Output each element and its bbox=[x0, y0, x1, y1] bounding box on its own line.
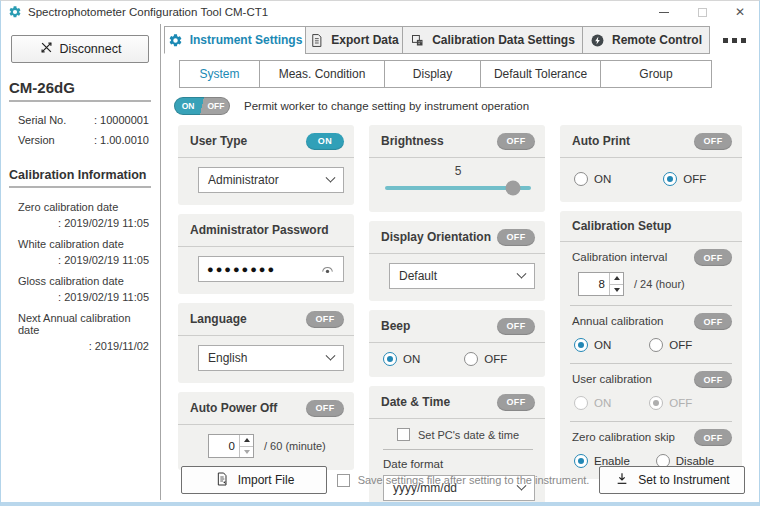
set-to-instrument-button[interactable]: Set to Instrument bbox=[599, 466, 745, 494]
set-to-instrument-label: Set to Instrument bbox=[638, 473, 729, 487]
serial-row: Serial No. : 10000001 bbox=[1, 110, 159, 130]
app-window: Spectrophotometer Configuration Tool CM-… bbox=[0, 0, 760, 506]
subtab-group[interactable]: Group bbox=[600, 60, 712, 88]
eye-icon[interactable] bbox=[320, 262, 335, 277]
tab-calibration-data-settings[interactable]: Calibration Data Settings bbox=[402, 26, 583, 54]
save-settings-label: Save settings file after setting to the … bbox=[358, 474, 590, 486]
radio-icon bbox=[649, 338, 663, 352]
annual-calibration-state-badge[interactable]: OFF bbox=[694, 313, 732, 330]
radio-icon bbox=[574, 172, 588, 186]
language-select[interactable]: English bbox=[198, 345, 344, 371]
auto-power-off-card: Auto Power Off OFF 0 bbox=[178, 392, 354, 470]
select-value: English bbox=[208, 351, 247, 365]
tab-label: Remote Control bbox=[612, 33, 702, 47]
brightness-state-badge[interactable]: OFF bbox=[497, 133, 535, 150]
zero-calibration-skip-label: Zero calibration skip bbox=[572, 429, 675, 443]
user-calibration-off-radio[interactable]: OFF bbox=[649, 396, 692, 410]
brightness-slider[interactable] bbox=[385, 186, 531, 190]
subtab-bar: System Meas. Condition Display Default T… bbox=[179, 60, 759, 88]
title-bar: Spectrophotometer Configuration Tool CM-… bbox=[1, 1, 759, 23]
auto-print-on-radio[interactable]: ON bbox=[574, 172, 611, 186]
cal-item-value: : 2019/02/19 11:05 bbox=[1, 289, 159, 307]
display-orientation-select[interactable]: Default bbox=[389, 263, 535, 289]
import-file-button[interactable]: Import File bbox=[181, 466, 327, 494]
minimize-button[interactable] bbox=[645, 1, 683, 23]
toggle-on-label: ON bbox=[174, 97, 202, 115]
admin-password-card: Administrator Password ●●●●●●●● bbox=[178, 214, 354, 294]
spin-up-button[interactable] bbox=[610, 273, 623, 284]
permit-row: ON OFF Permit worker to change setting b… bbox=[174, 96, 759, 116]
auto-print-off-radio[interactable]: OFF bbox=[663, 172, 706, 186]
slider-thumb[interactable] bbox=[506, 181, 521, 196]
annual-calibration-off-radio[interactable]: OFF bbox=[649, 338, 692, 352]
spinner-suffix: / 60 (minute) bbox=[264, 440, 326, 452]
display-orientation-state-badge[interactable]: OFF bbox=[497, 229, 535, 246]
subtab-system[interactable]: System bbox=[179, 60, 260, 88]
radio-label: ON bbox=[594, 397, 611, 409]
save-settings-checkbox[interactable]: Save settings file after setting to the … bbox=[327, 474, 599, 487]
user-calibration-state-badge[interactable]: OFF bbox=[694, 371, 732, 388]
calibration-setup-card: Calibration Setup Calibration interval O… bbox=[560, 211, 742, 479]
auto-print-state-badge[interactable]: OFF bbox=[694, 133, 732, 150]
calibration-interval-state-badge[interactable]: OFF bbox=[694, 249, 732, 266]
subtab-display[interactable]: Display bbox=[384, 60, 481, 88]
user-calibration-on-radio[interactable]: ON bbox=[574, 396, 611, 410]
spinner-value: 0 bbox=[209, 435, 239, 457]
tab-label: Calibration Data Settings bbox=[432, 33, 575, 47]
annual-calibration-label: Annual calibration bbox=[572, 313, 663, 327]
auto-print-card: Auto Print OFF ON OFF bbox=[560, 125, 742, 202]
close-button[interactable]: ✕ bbox=[721, 1, 759, 23]
import-file-icon bbox=[214, 471, 230, 490]
settings-columns: User Type ON Administrator Administrator… bbox=[178, 125, 759, 506]
chevron-down-icon bbox=[326, 350, 336, 360]
app-icon bbox=[8, 5, 22, 19]
tab-export-data[interactable]: Export Data bbox=[305, 26, 403, 54]
brightness-title: Brightness bbox=[381, 134, 444, 148]
toggle-off-label: OFF bbox=[202, 97, 230, 115]
set-pc-datetime-checkbox[interactable]: Set PC's date & time bbox=[381, 426, 535, 449]
tab-remote-control[interactable]: Remote Control bbox=[582, 26, 710, 54]
auto-print-title: Auto Print bbox=[572, 134, 630, 148]
user-calibration-label: User calibration bbox=[572, 371, 652, 385]
radio-icon bbox=[464, 352, 478, 366]
cal-item-label: White calibration date bbox=[1, 233, 159, 252]
permit-label: Permit worker to change setting by instr… bbox=[244, 100, 529, 112]
subtab-default-tolerance[interactable]: Default Tolerance bbox=[480, 60, 601, 88]
radio-label: OFF bbox=[669, 339, 692, 351]
tab-instrument-settings[interactable]: Instrument Settings bbox=[164, 26, 306, 54]
beep-on-radio[interactable]: ON bbox=[383, 352, 420, 366]
window-title: Spectrophotometer Configuration Tool CM-… bbox=[28, 6, 268, 18]
zero-calibration-skip-state-badge[interactable]: OFF bbox=[694, 429, 732, 446]
user-type-state-badge[interactable]: ON bbox=[306, 133, 344, 150]
annual-calibration-on-radio[interactable]: ON bbox=[574, 338, 611, 352]
auto-power-off-spinner[interactable]: 0 bbox=[208, 434, 254, 458]
radio-label: ON bbox=[403, 353, 420, 365]
spin-down-button[interactable] bbox=[610, 284, 623, 296]
subtab-meas-condition[interactable]: Meas. Condition bbox=[259, 60, 385, 88]
cal-item-value: : 2019/02/19 11:05 bbox=[1, 252, 159, 270]
disconnect-button[interactable]: Disconnect bbox=[11, 35, 149, 63]
user-type-select[interactable]: Administrator bbox=[198, 167, 344, 193]
language-state-badge[interactable]: OFF bbox=[306, 311, 344, 328]
radio-icon bbox=[574, 396, 588, 410]
select-value: Administrator bbox=[208, 173, 279, 187]
admin-password-field[interactable]: ●●●●●●●● bbox=[198, 256, 344, 282]
subtab-label: Display bbox=[413, 67, 452, 81]
subtab-label: Meas. Condition bbox=[279, 67, 366, 81]
maximize-button[interactable] bbox=[683, 1, 721, 23]
beep-off-radio[interactable]: OFF bbox=[464, 352, 507, 366]
spin-up-button[interactable] bbox=[240, 435, 253, 446]
beep-card: Beep OFF ON OFF bbox=[369, 310, 545, 377]
tab-label: Instrument Settings bbox=[190, 33, 303, 47]
date-time-state-badge[interactable]: OFF bbox=[497, 394, 535, 411]
permit-toggle[interactable]: ON OFF bbox=[174, 97, 230, 115]
auto-power-off-state-badge[interactable]: OFF bbox=[306, 400, 344, 417]
calibration-interval-spinner[interactable]: 8 bbox=[578, 272, 624, 296]
cal-item-value: : 2019/02/19 11:05 bbox=[1, 215, 159, 233]
more-tabs-button[interactable] bbox=[712, 26, 756, 54]
brightness-value: 5 bbox=[381, 164, 535, 178]
spin-down-button[interactable] bbox=[240, 446, 253, 458]
beep-state-badge[interactable]: OFF bbox=[497, 318, 535, 335]
user-calibration-section: User calibration OFF ON OFF bbox=[560, 364, 742, 421]
beep-title: Beep bbox=[381, 319, 410, 333]
